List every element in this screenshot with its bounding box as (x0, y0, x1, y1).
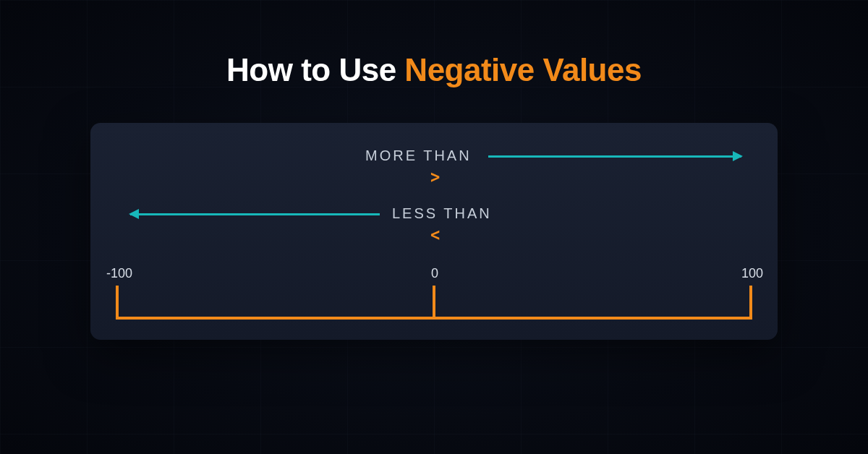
title-prefix: How to Use (226, 52, 404, 87)
tick-label-pos100: 100 (741, 266, 763, 281)
less-than-label: LESS THAN (392, 205, 492, 222)
tick-label-zero: 0 (431, 266, 438, 281)
less-than-icon: < (430, 225, 440, 245)
number-line (116, 286, 752, 322)
page-title: How to Use Negative Values (0, 52, 868, 88)
tick-label-neg100: -100 (106, 266, 132, 281)
more-than-label: MORE THAN (365, 147, 472, 164)
diagram-panel: MORE THAN > LESS THAN < -100 0 100 (90, 123, 778, 340)
title-accent: Negative Values (404, 52, 642, 87)
greater-than-icon: > (430, 167, 440, 187)
arrow-left-icon (130, 213, 380, 215)
arrow-right-icon (488, 155, 741, 158)
